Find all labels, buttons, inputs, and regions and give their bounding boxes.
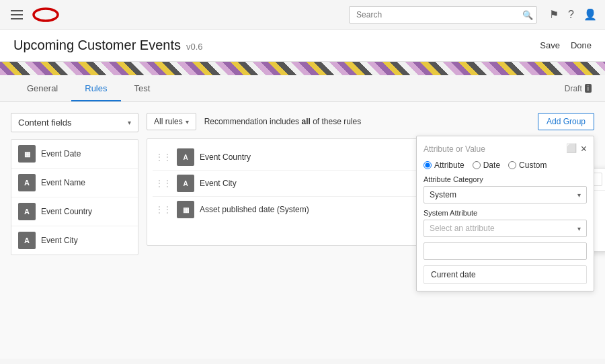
- search-icon: 🔍: [522, 9, 533, 19]
- field-label: Event City: [41, 236, 78, 245]
- add-group-button[interactable]: Add Group: [538, 113, 594, 130]
- attr-panel-icons: ⬜ ×: [566, 143, 587, 155]
- chevron-down-icon: ▾: [128, 119, 131, 126]
- text-icon: A: [18, 232, 36, 249]
- list-item[interactable]: A Event Name: [11, 169, 138, 197]
- current-date-button[interactable]: Current date: [424, 265, 587, 284]
- right-panel: All rules ▾ Recommendation includes all …: [147, 113, 594, 348]
- radio-custom[interactable]: Custom: [508, 161, 547, 170]
- rules-description: Recommendation includes all of these rul…: [204, 117, 530, 126]
- flag-icon[interactable]: ⚑: [549, 8, 559, 21]
- chevron-down-icon: ▾: [577, 191, 581, 199]
- close-icon[interactable]: ×: [581, 143, 587, 155]
- field-label: Event Name: [41, 178, 85, 187]
- description-text: Recommendation includes: [204, 117, 299, 126]
- svg-point-0: [34, 9, 58, 21]
- description-bold: all: [301, 117, 310, 126]
- field-list: ▦ Event Date A Event Name A Event Countr…: [11, 139, 138, 255]
- help-icon[interactable]: ?: [568, 9, 574, 21]
- attribute-value-panel: Attribute or Value ⬜ × Attribute Date: [416, 136, 594, 291]
- system-attr-label: System Attribute: [424, 209, 587, 217]
- content-area: General Rules Test Draft i Content field…: [0, 75, 605, 359]
- calendar-icon: ▦: [177, 201, 194, 218]
- search-bar: 🔍: [349, 6, 537, 24]
- decorative-banner: [0, 62, 605, 75]
- tab-status: Draft i: [565, 84, 592, 93]
- radio-attribute-label: Attribute: [434, 161, 465, 170]
- tab-rules[interactable]: Rules: [71, 77, 120, 101]
- done-button[interactable]: Done: [571, 40, 592, 50]
- content-fields-dropdown[interactable]: Content fields ▾: [11, 113, 138, 132]
- top-navigation: 🔍 ⚑ ? 👤: [0, 0, 605, 30]
- nav-icons: ⚑ ? 👤: [549, 8, 597, 21]
- text-icon: A: [18, 203, 36, 220]
- field-label: Event Date: [41, 149, 81, 158]
- header-actions: Save Done: [540, 40, 592, 50]
- search-input[interactable]: [349, 6, 537, 24]
- all-rules-label: All rules: [154, 117, 183, 126]
- drag-handle-icon[interactable]: ⋮⋮: [155, 205, 171, 214]
- category-label: Attribute Category: [424, 175, 587, 183]
- hamburger-menu[interactable]: [8, 7, 26, 22]
- radio-group: Attribute Date Custom: [424, 161, 587, 170]
- attr-panel-title: Attribute or Value: [424, 144, 485, 154]
- category-value: System: [430, 190, 456, 199]
- tab-test[interactable]: Test: [121, 77, 164, 101]
- left-panel: Content fields ▾ ▦ Event Date A Event Na…: [11, 113, 138, 348]
- drag-handle-icon[interactable]: ⋮⋮: [155, 179, 171, 188]
- text-icon: A: [18, 174, 36, 191]
- calendar-icon: ▦: [18, 145, 36, 163]
- list-item[interactable]: A Event Country: [11, 197, 138, 226]
- rule-name: Asset published date (System): [200, 205, 385, 214]
- page-title-section: Upcoming Customer Events v0.6: [13, 38, 203, 53]
- oracle-logo: [32, 7, 59, 22]
- chevron-down-icon: ▾: [577, 225, 581, 232]
- category-dropdown[interactable]: System ▾: [424, 186, 587, 203]
- save-button[interactable]: Save: [540, 40, 560, 50]
- page-header: Upcoming Customer Events v0.6 Save Done: [0, 30, 605, 62]
- system-attr-dropdown[interactable]: Select an attribute ▾: [424, 220, 587, 237]
- main-area: Content fields ▾ ▦ Event Date A Event Na…: [0, 102, 605, 359]
- tabs-bar: General Rules Test Draft i: [0, 75, 605, 102]
- radio-attribute[interactable]: Attribute: [424, 161, 465, 170]
- radio-date[interactable]: Date: [473, 161, 500, 170]
- radio-custom-label: Custom: [519, 161, 547, 170]
- description-suffix: of these rules: [313, 117, 361, 126]
- drag-handle-icon[interactable]: ⋮⋮: [155, 152, 171, 162]
- user-icon[interactable]: 👤: [583, 8, 597, 21]
- system-attr-placeholder: Select an attribute: [430, 224, 495, 233]
- content-fields-label: Content fields: [18, 118, 72, 128]
- chevron-down-icon: ▾: [186, 118, 189, 126]
- page-title: Upcoming Customer Events: [13, 38, 181, 53]
- radio-date-label: Date: [483, 161, 500, 170]
- text-icon: A: [177, 175, 194, 192]
- all-rules-button[interactable]: All rules ▾: [147, 113, 196, 130]
- rule-name: Event City: [200, 179, 385, 188]
- rules-header: All rules ▾ Recommendation includes all …: [147, 113, 594, 130]
- attr-panel-header: Attribute or Value ⬜ ×: [424, 143, 587, 155]
- draft-label: Draft: [565, 84, 582, 93]
- tab-general[interactable]: General: [13, 77, 71, 101]
- field-label: Event Country: [41, 207, 92, 216]
- resize-icon[interactable]: ⬜: [566, 143, 577, 155]
- status-badge: i: [585, 84, 592, 93]
- list-item[interactable]: ▦ Event Date: [11, 140, 138, 169]
- version-badge: v0.6: [186, 42, 203, 52]
- attr-text-input[interactable]: [424, 242, 587, 260]
- text-icon: A: [177, 148, 194, 166]
- list-item[interactable]: A Event City: [11, 226, 138, 255]
